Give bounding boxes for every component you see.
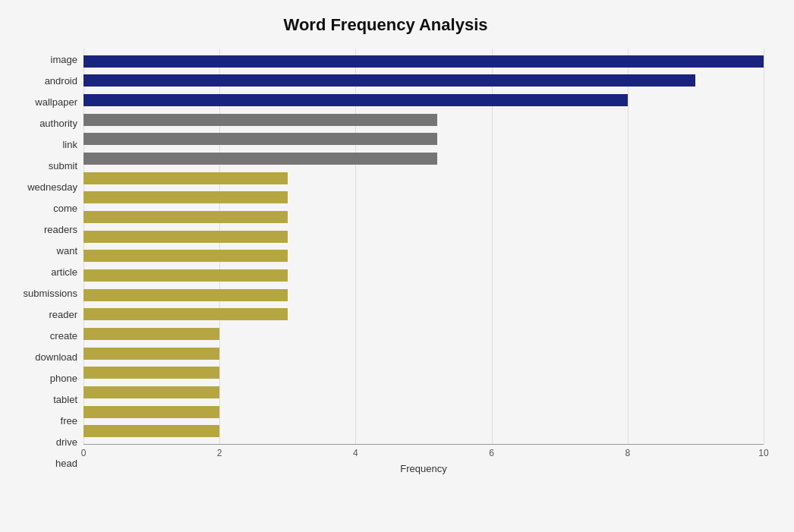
- y-label: link: [8, 140, 77, 150]
- x-tick: 0: [81, 448, 87, 458]
- y-label: head: [8, 458, 77, 468]
- bar-row: [83, 188, 764, 208]
- y-label: wallpaper: [8, 97, 77, 107]
- bars-and-xaxis: 0246810 Frequency: [83, 49, 764, 474]
- chart-area: imageandroidwallpaperauthoritylinksubmit…: [8, 49, 764, 474]
- x-axis-label: Frequency: [83, 463, 764, 474]
- bar: [83, 153, 437, 165]
- y-label: want: [8, 246, 77, 256]
- bar-row: [83, 402, 764, 422]
- bar-row: [83, 207, 764, 227]
- x-tick: 2: [217, 448, 222, 458]
- y-label: submit: [8, 161, 77, 171]
- bar-row: [83, 285, 764, 305]
- chart-title: Word Frequency Analysis: [8, 15, 764, 35]
- x-tick: 6: [489, 448, 494, 458]
- y-label: create: [8, 331, 77, 341]
- bar-row: [83, 305, 764, 325]
- bar: [83, 269, 288, 282]
- bar-row: [83, 52, 764, 71]
- y-label: tablet: [8, 395, 77, 405]
- y-label: wednesday: [8, 182, 77, 192]
- bar-row: [83, 421, 764, 441]
- bar-row: [83, 324, 764, 344]
- y-label: readers: [8, 225, 77, 235]
- bar-row: [83, 227, 764, 247]
- bar: [83, 94, 628, 106]
- bar-row: [83, 382, 764, 402]
- x-ticks: 0246810: [83, 445, 764, 460]
- bar-row: [83, 247, 764, 266]
- bar: [83, 386, 219, 398]
- bars-area: [83, 49, 764, 444]
- bar-row: [83, 71, 764, 91]
- bar-row: [83, 110, 764, 130]
- bar: [83, 425, 219, 437]
- bar: [83, 367, 219, 379]
- y-label: image: [8, 55, 77, 65]
- bar: [83, 406, 219, 418]
- y-label: submissions: [8, 288, 77, 298]
- bar: [83, 308, 288, 320]
- bar: [83, 348, 219, 360]
- y-label: authority: [8, 118, 77, 128]
- bar: [83, 231, 288, 243]
- y-label: drive: [8, 437, 77, 447]
- bar: [83, 191, 288, 203]
- x-tick: 10: [758, 448, 768, 458]
- y-label: download: [8, 352, 77, 362]
- bar: [83, 133, 437, 145]
- y-label: android: [8, 76, 77, 86]
- grid-line: [764, 49, 764, 444]
- bar-row: [83, 130, 764, 150]
- bar: [83, 250, 288, 262]
- chart-container: Word Frequency Analysis imageandroidwall…: [0, 0, 794, 532]
- bar: [83, 328, 219, 340]
- y-label: free: [8, 416, 77, 426]
- bar: [83, 289, 288, 301]
- x-tick: 4: [353, 448, 358, 458]
- bar-row: [83, 364, 764, 383]
- bar: [83, 172, 288, 184]
- y-label: come: [8, 203, 77, 213]
- bar: [83, 74, 695, 87]
- bar: [83, 114, 437, 126]
- bar-row: [83, 90, 764, 110]
- x-axis: 0246810 Frequency: [83, 444, 764, 474]
- bar: [83, 55, 764, 68]
- bar-row: [83, 266, 764, 285]
- x-tick: 8: [625, 448, 630, 458]
- bar-row: [83, 344, 764, 364]
- y-labels: imageandroidwallpaperauthoritylinksubmit…: [8, 49, 83, 474]
- y-label: reader: [8, 310, 77, 320]
- y-label: article: [8, 267, 77, 277]
- bar-row: [83, 168, 764, 188]
- y-label: phone: [8, 373, 77, 383]
- bar-row: [83, 149, 764, 168]
- bar: [83, 211, 288, 223]
